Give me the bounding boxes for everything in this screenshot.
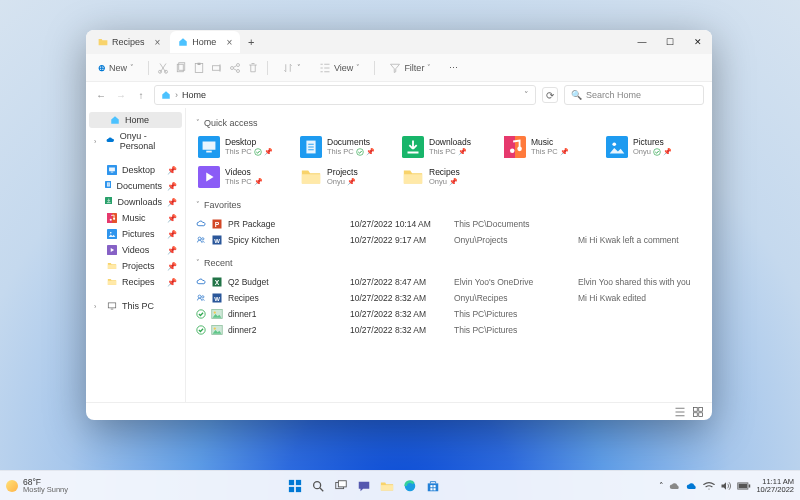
sidebar-item-label: Desktop [122,165,155,175]
section-title: Recent [204,258,233,268]
quick-access-item[interactable]: Music This PC 📌 [502,134,600,160]
svg-point-66 [313,481,320,488]
section-favorites-header[interactable]: ˅ Favorites [196,200,702,210]
list-item[interactable]: P PR Package 10/27/2022 10:14 AM This PC… [196,216,702,232]
new-button[interactable]: ⊕New˅ [92,61,140,75]
sort-button[interactable]: ˅ [276,60,307,76]
home-icon [178,37,188,47]
svg-point-38 [654,148,661,155]
breadcrumb[interactable]: › Home ˅ [154,85,536,105]
onedrive-tray-icon[interactable] [669,481,681,491]
chevron-down-icon[interactable]: ˅ [524,90,529,100]
list-item[interactable]: X Q2 Budget 10/27/2022 8:47 AM Elvin Yoo… [196,274,702,290]
close-icon[interactable]: × [226,37,232,48]
details-view-icon[interactable] [674,406,686,418]
svg-rect-33 [504,136,515,158]
sidebar-item-projects[interactable]: Projects📌 [86,258,185,274]
sidebar-item-desktop[interactable]: Desktop📌 [86,162,185,178]
close-button[interactable]: ✕ [684,30,712,54]
chevron-up-icon[interactable]: ˄ [659,481,664,491]
new-tab-button[interactable]: + [242,33,260,51]
sidebar-item-downloads[interactable]: Downloads📌 [86,194,185,210]
explorer-body: Home › Onyu - Personal Desktop📌Documents… [86,108,712,402]
chat-button[interactable] [355,477,373,495]
explorer-button[interactable] [378,477,396,495]
view-button[interactable]: View˅ [313,60,366,76]
svg-rect-11 [109,168,115,172]
sidebar-item-pictures[interactable]: Pictures📌 [86,226,185,242]
start-button[interactable] [286,477,304,495]
search-button[interactable] [309,477,327,495]
svg-rect-64 [289,486,294,491]
folder-icon [300,166,322,188]
maximize-button[interactable]: ☐ [656,30,684,54]
sidebar-item-videos[interactable]: Videos📌 [86,242,185,258]
list-item[interactable]: dinner2 10/27/2022 8:32 AM This PC\Pictu… [196,322,702,338]
item-sub: Onyu 📌 [429,178,460,186]
list-item[interactable]: W Recipes 10/27/2022 8:32 AM Onyu\Recipe… [196,290,702,306]
section-quick-access-header[interactable]: ˅ Quick access [196,118,702,128]
xls-icon: X [211,276,223,288]
wifi-icon[interactable] [703,481,715,491]
quick-access-item[interactable]: Videos This PC 📌 [196,164,294,190]
volume-icon[interactable] [720,481,732,491]
quick-access-item[interactable]: Documents This PC 📌 [298,134,396,160]
delete-icon[interactable] [247,62,259,74]
filter-button[interactable]: Filter˅ [383,60,437,76]
paste-icon[interactable] [193,62,205,74]
tab-recipes[interactable]: Recipes × [90,31,168,53]
svg-point-49 [202,296,204,298]
copy-icon[interactable] [175,62,187,74]
quick-access-item[interactable]: Downloads This PC 📌 [400,134,498,160]
battery-icon[interactable] [737,482,751,490]
sidebar-item-documents[interactable]: Documents📌 [86,178,185,194]
more-button[interactable]: ⋯ [443,61,464,75]
svg-point-48 [198,295,201,298]
taskbar-weather[interactable]: 68°F Mostly Sunny [0,478,68,494]
share-icon[interactable] [229,62,241,74]
up-button[interactable]: ↑ [134,88,148,102]
close-icon[interactable]: × [155,37,161,48]
back-button[interactable]: ← [94,88,108,102]
tab-home[interactable]: Home × [170,31,240,53]
clock[interactable]: 11:11 AM 10/27/2022 [756,478,794,493]
taskview-button[interactable] [332,477,350,495]
cut-icon[interactable] [157,62,169,74]
minimize-button[interactable]: ― [628,30,656,54]
sidebar-item-onedrive[interactable]: › Onyu - Personal [86,128,185,154]
refresh-button[interactable]: ⟳ [542,87,558,103]
quick-access-item[interactable]: Recipes Onyu 📌 [400,164,498,190]
date: 10/27/2022 [756,486,794,494]
chevron-right-icon[interactable]: › [94,138,101,145]
sync-icon [356,148,364,156]
svg-rect-78 [749,484,751,487]
edge-button[interactable] [401,477,419,495]
svg-rect-74 [430,488,432,490]
svg-rect-36 [606,136,628,158]
section-recent-header[interactable]: ˅ Recent [196,258,702,268]
rename-icon[interactable] [211,62,223,74]
quick-access-item[interactable]: Projects Onyu 📌 [298,164,396,190]
sidebar-item-home[interactable]: Home [89,112,182,128]
tiles-view-icon[interactable] [692,406,704,418]
list-item[interactable]: W Spicy Kitchen 10/27/2022 9:17 AM Onyu\… [196,232,702,248]
search-input[interactable]: 🔍 Search Home [564,85,704,105]
svg-rect-25 [203,142,216,150]
onedrive-tray-icon[interactable] [686,481,698,491]
list-item[interactable]: dinner1 10/27/2022 8:32 AM This PC\Pictu… [196,306,702,322]
file-name: PR Package [228,219,275,229]
svg-rect-20 [107,229,117,239]
svg-text:W: W [214,238,220,244]
sidebar-item-music[interactable]: Music📌 [86,210,185,226]
cloud-icon [106,136,115,146]
quick-access-item[interactable]: Desktop This PC 📌 [196,134,294,160]
sidebar-item-recipes[interactable]: Recipes📌 [86,274,185,290]
forward-button[interactable]: → [114,88,128,102]
file-name: dinner2 [228,325,256,335]
sidebar-item-this-pc[interactable]: › This PC [86,298,185,314]
store-button[interactable] [424,477,442,495]
svg-point-9 [237,69,240,72]
recent-list: X Q2 Budget 10/27/2022 8:47 AM Elvin Yoo… [196,274,702,338]
quick-access-item[interactable]: Pictures Onyu 📌 [604,134,702,160]
chevron-right-icon[interactable]: › [94,303,102,310]
